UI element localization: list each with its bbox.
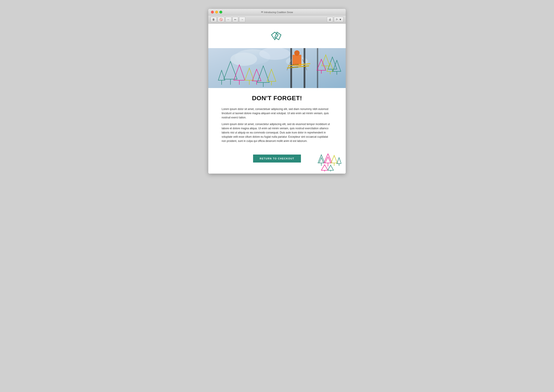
email-heading: DON'T FORGET!: [222, 95, 332, 102]
window-title: ✉ Introducing Coalition Snow: [261, 11, 293, 14]
junk-button[interactable]: 🚫: [218, 17, 224, 22]
toolbar-right: 🖨 🏳 ▼: [327, 17, 344, 22]
back-all-button[interactable]: ⇐: [232, 17, 238, 22]
footer-trees-decoration: [317, 154, 341, 171]
svg-marker-42: [318, 155, 325, 163]
email-content: COALITION COALITION: [208, 24, 346, 174]
back-button[interactable]: ←: [225, 17, 232, 22]
return-to-checkout-button[interactable]: RETURN TO CHECKOUT: [253, 154, 301, 162]
print-button[interactable]: 🖨: [327, 17, 333, 22]
forward-button[interactable]: →: [239, 17, 245, 22]
mail-icon: ✉: [261, 11, 263, 14]
body-paragraph-2: Lorem ipsum dolor sit amet, consectetur …: [222, 122, 332, 143]
toolbar: 🗑 🚫 ← ⇐ → 🖨 🏳 ▼: [208, 15, 346, 24]
brand-logo: [270, 30, 284, 44]
hero-image: COALITION COALITION: [208, 48, 346, 88]
body-paragraph-1: Lorem ipsum dolor sit amet, consectetuer…: [222, 107, 332, 120]
traffic-lights: [211, 11, 222, 14]
cta-section: RETURN TO CHECKOUT: [208, 150, 346, 169]
email-header: [208, 24, 346, 48]
title-bar: ✉ Introducing Coalition Snow: [208, 9, 346, 15]
maximize-button[interactable]: [219, 11, 222, 14]
close-button[interactable]: [211, 11, 214, 14]
delete-button[interactable]: 🗑: [210, 17, 217, 22]
svg-point-4: [230, 53, 257, 66]
svg-marker-45: [324, 154, 332, 163]
flag-button[interactable]: 🏳 ▼: [334, 17, 344, 22]
svg-rect-8: [304, 48, 305, 88]
svg-marker-52: [321, 165, 328, 170]
svg-marker-50: [337, 158, 341, 164]
svg-point-11: [294, 50, 300, 56]
browser-window: ✉ Introducing Coalition Snow 🗑 🚫 ← ⇐ → 🖨…: [208, 9, 346, 174]
svg-marker-54: [328, 165, 333, 170]
email-body: DON'T FORGET! Lorem ipsum dolor sit amet…: [208, 88, 346, 150]
minimize-button[interactable]: [215, 11, 218, 14]
svg-marker-48: [331, 155, 337, 163]
